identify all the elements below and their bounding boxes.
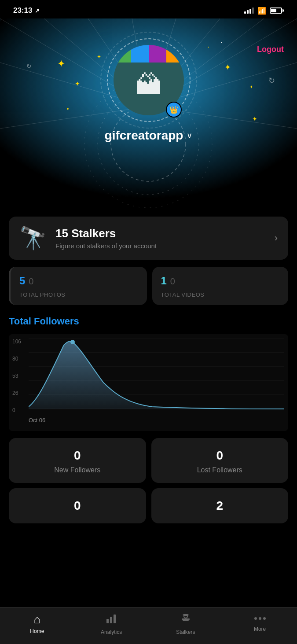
analytics-label: Analytics [101, 629, 122, 635]
videos-numbers: 1 0 [161, 275, 280, 287]
new-followers-label: New Followers [16, 466, 139, 474]
nav-more[interactable]: More [242, 613, 278, 635]
nav-home[interactable]: ⌂ Home [19, 613, 55, 635]
videos-main: 1 [161, 275, 167, 287]
chart-container: 106 80 53 26 0 [9, 334, 288, 431]
svg-rect-27 [182, 618, 190, 620]
crown-badge: 👑 [166, 102, 182, 118]
nav-stalkers[interactable]: Stalkers [168, 613, 203, 635]
chart-area [29, 339, 284, 415]
lost-followers-label: Lost Followers [158, 466, 282, 474]
follower-grid: 0 New Followers 0 Lost Followers 0 2 [9, 438, 288, 523]
stalkers-count: 15 Stalkers [55, 227, 266, 240]
chart-area-fill [29, 341, 284, 409]
photos-main: 5 [19, 275, 25, 287]
svg-rect-23 [110, 617, 112, 623]
svg-rect-29 [183, 614, 188, 616]
y-label-80: 80 [12, 356, 21, 362]
bottom-nav: ⌂ Home Analytics [0, 607, 297, 644]
card-3[interactable]: 0 [9, 488, 146, 523]
photos-numbers: 5 0 [19, 275, 138, 287]
y-label-0: 0 [12, 407, 21, 413]
lost-followers-card[interactable]: 0 Lost Followers [151, 438, 289, 483]
stats-row: 5 0 TOTAL PHOTOS 1 0 TOTAL VIDEOS [9, 267, 288, 305]
svg-rect-24 [114, 615, 116, 623]
card-4-count: 2 [158, 499, 282, 513]
section-title: Total Followers [9, 316, 288, 327]
stalkers-card[interactable]: 🔭 15 Stalkers Figure out stalkers of you… [9, 217, 288, 260]
chevron-right-icon: › [275, 232, 278, 244]
hero-section: ✦ ✦ ✦ ✦ ✦ ✦ ✦ • • • ↻ ↻ [0, 18, 297, 208]
username-text: gifcreatorapp [105, 129, 183, 143]
binoculars-icon: 🔭 [19, 225, 47, 251]
more-icon [254, 613, 266, 624]
chart-y-labels: 106 80 53 26 0 [12, 339, 21, 413]
photos-label: TOTAL PHOTOS [19, 291, 138, 298]
stalkers-label: Stalkers [176, 629, 195, 635]
card-3-count: 0 [16, 499, 139, 513]
time-display: 23:13 [13, 6, 32, 15]
analytics-icon [106, 613, 117, 627]
videos-label: TOTAL VIDEOS [161, 291, 280, 298]
avatar-icon: 🏔 [136, 70, 162, 100]
lost-followers-count: 0 [158, 449, 282, 463]
more-label: More [254, 626, 266, 632]
photos-sub: 0 [29, 276, 33, 287]
y-label-53: 53 [12, 373, 21, 379]
bottom-spacer [9, 523, 288, 567]
new-followers-count: 0 [16, 449, 139, 463]
svg-rect-22 [106, 619, 109, 623]
main-content: 🔭 15 Stalkers Figure out stalkers of you… [0, 217, 297, 567]
battery-icon [270, 7, 284, 14]
followers-section: Total Followers 106 80 53 26 0 [9, 316, 288, 431]
home-icon: ⌂ [34, 613, 41, 626]
avatar-container: 🏔 👑 [109, 40, 188, 120]
x-label: Oct 06 [9, 415, 288, 427]
chart-svg [29, 339, 284, 413]
hero-content: 🏔 👑 gifcreatorapp ∨ [0, 18, 297, 143]
status-time: 23:13 ↗ [13, 6, 40, 15]
wifi-icon: 📶 [257, 7, 266, 15]
stalkers-description: Figure out stalkers of your account [55, 242, 266, 250]
username-row[interactable]: gifcreatorapp ∨ [105, 129, 193, 143]
total-videos-card[interactable]: 1 0 TOTAL VIDEOS [152, 267, 289, 305]
y-label-26: 26 [12, 390, 21, 396]
status-bar: 23:13 ↗ 📶 [0, 0, 297, 18]
y-label-106: 106 [12, 339, 21, 345]
stalkers-nav-icon [180, 613, 191, 627]
svg-rect-26 [183, 620, 189, 621]
phone-frame: 23:13 ↗ 📶 [0, 0, 297, 644]
location-icon: ↗ [35, 7, 40, 14]
nav-analytics[interactable]: Analytics [94, 613, 129, 635]
home-label: Home [30, 628, 44, 634]
dropdown-arrow-icon: ∨ [187, 131, 192, 140]
chart-peak-dot [70, 340, 75, 344]
videos-sub: 0 [170, 276, 175, 287]
new-followers-card[interactable]: 0 New Followers [9, 438, 146, 483]
total-photos-card[interactable]: 5 0 TOTAL PHOTOS [9, 267, 147, 305]
signal-icon [244, 7, 254, 14]
status-icons: 📶 [244, 7, 284, 15]
card-4[interactable]: 2 [151, 488, 289, 523]
avatar-color-bar [114, 45, 184, 63]
stalkers-text: 15 Stalkers Figure out stalkers of your … [55, 227, 266, 250]
